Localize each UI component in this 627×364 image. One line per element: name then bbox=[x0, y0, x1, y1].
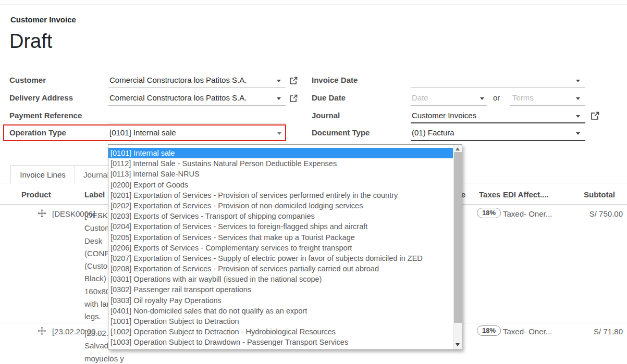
due-date-date-input[interactable]: Date bbox=[412, 93, 428, 102]
dropdown-item[interactable]: [0205] Exportation of Services - Service… bbox=[110, 232, 453, 243]
delivery-address-label: Delivery Address bbox=[9, 93, 73, 102]
delivery-address-value[interactable]: Comercial Constructora los Patitos S.A. bbox=[109, 93, 247, 102]
journal-external-link-icon[interactable] bbox=[591, 111, 599, 122]
row1-subtotal-cell[interactable]: S/ 750.00 bbox=[568, 209, 623, 218]
delivery-address-underline bbox=[108, 105, 286, 106]
dropdown-item[interactable]: [0202] Exportation of Services - Provisi… bbox=[110, 200, 453, 211]
customer-label: Customer bbox=[9, 76, 46, 84]
due-date-terms-input[interactable]: Terms bbox=[512, 93, 534, 102]
column-header-subtotal: Subtotal bbox=[563, 190, 615, 199]
drag-handle-icon[interactable] bbox=[38, 327, 46, 337]
dropdown-item[interactable]: [0201] Exportation of Services - Provisi… bbox=[110, 190, 453, 200]
invoice-date-caret-icon[interactable] bbox=[576, 80, 580, 82]
invoice-date-underline bbox=[411, 87, 585, 88]
dropdown-item[interactable]: [0204] Exportation of Services - Service… bbox=[110, 221, 453, 232]
row1-tax-badge[interactable]: 18% bbox=[477, 208, 501, 218]
scrollbar-thumb[interactable] bbox=[454, 152, 462, 323]
dropdown-item[interactable]: [1001] Operation Subject to Detraction bbox=[110, 316, 453, 327]
journal-value[interactable]: Customer Invoices bbox=[412, 111, 476, 120]
operation-type-dropdown: [0101] Internal sale [0112] Internal Sal… bbox=[108, 144, 462, 350]
row2-tax-badge[interactable]: 18% bbox=[477, 325, 501, 336]
column-header-label: Label bbox=[84, 190, 105, 199]
dropdown-item[interactable]: [0401] Non-domiciled sales that do not q… bbox=[110, 306, 453, 316]
top-divider bbox=[0, 4, 627, 5]
page-title: Draft bbox=[9, 30, 52, 53]
journal-caret-icon[interactable] bbox=[576, 115, 580, 118]
journal-underline bbox=[411, 122, 585, 123]
dropdown-item[interactable]: [0200] Export of Goods bbox=[110, 180, 453, 190]
row2-subtotal-cell[interactable]: S/ 71.80 bbox=[568, 327, 623, 336]
document-type-value[interactable]: (01) Factura bbox=[412, 128, 454, 137]
dropdown-item[interactable]: [0301] Operations with air waybill (issu… bbox=[110, 274, 453, 284]
dropdown-item[interactable]: [1003] Operation Subject to Drawdown - P… bbox=[110, 337, 453, 347]
column-header-taxes: Taxes bbox=[479, 190, 500, 199]
dropdown-item[interactable]: [1002] Operation Subject to Detraction -… bbox=[110, 327, 453, 337]
drag-handle-icon[interactable] bbox=[38, 209, 46, 220]
dropdown-item[interactable]: [0206] Exports of Services - Complementa… bbox=[110, 243, 453, 253]
dropdown-scrollbar[interactable] bbox=[453, 145, 462, 349]
scroll-up-icon[interactable] bbox=[456, 147, 460, 150]
customer-caret-icon[interactable] bbox=[277, 80, 281, 82]
document-type-underline bbox=[411, 140, 585, 141]
due-date-date-underline bbox=[411, 105, 487, 106]
due-date-terms-caret-icon[interactable] bbox=[576, 97, 580, 100]
row1-edi-cell[interactable]: Taxed- Oner... bbox=[503, 209, 552, 218]
due-date-terms-underline bbox=[510, 105, 585, 106]
document-type-heading: Customer Invoice bbox=[10, 15, 76, 24]
customer-external-link-icon[interactable] bbox=[289, 77, 298, 87]
row2-edi-cell[interactable]: Taxed- Oner... bbox=[503, 327, 552, 336]
operation-type-annotation-box bbox=[3, 124, 286, 141]
payment-reference-label: Payment Reference bbox=[9, 111, 82, 120]
customer-value[interactable]: Comercial Constructora los Patitos S.A. bbox=[109, 76, 247, 84]
due-date-label: Due Date bbox=[312, 93, 346, 102]
payment-reference-underline bbox=[108, 123, 286, 123]
dropdown-item[interactable]: [0207] Exportation of Services - Supply … bbox=[110, 253, 453, 263]
dropdown-item[interactable]: [0101] Internal sale bbox=[108, 148, 453, 158]
invoice-date-label: Invoice Date bbox=[312, 76, 358, 84]
dropdown-item[interactable]: [0302] Passenger rail transport operatio… bbox=[110, 284, 453, 295]
column-header-edi: EDI Affect.... bbox=[503, 190, 549, 199]
operation-type-option-list: [0101] Internal sale [0112] Internal Sal… bbox=[108, 145, 453, 349]
due-date-date-caret-icon[interactable] bbox=[480, 97, 484, 100]
document-type-label: Document Type bbox=[312, 128, 370, 137]
delivery-address-external-link-icon[interactable] bbox=[289, 94, 298, 105]
dropdown-item[interactable]: [0203] Exports of Services - Transport o… bbox=[110, 211, 453, 221]
tab-invoice-lines[interactable]: Invoice Lines bbox=[10, 165, 75, 183]
dropdown-item[interactable]: [0113] Internal Sale-NRUS bbox=[110, 169, 453, 179]
column-header-product: Product bbox=[21, 190, 51, 199]
dropdown-item[interactable]: [0112] Internal Sale - Sustains Natural … bbox=[110, 158, 453, 169]
due-date-or-text: or bbox=[493, 93, 500, 102]
scroll-down-icon[interactable] bbox=[456, 343, 460, 346]
journal-label: Journal bbox=[312, 111, 340, 120]
invoice-form-screen: Customer Invoice Draft Customer Comercia… bbox=[0, 0, 627, 364]
customer-underline bbox=[108, 87, 286, 88]
document-type-caret-icon[interactable] bbox=[576, 132, 580, 135]
dropdown-item[interactable]: [0208] Exportation of Services - Provisi… bbox=[110, 263, 453, 274]
delivery-address-caret-icon[interactable] bbox=[277, 97, 281, 100]
dropdown-item[interactable]: [0303] Oil royalty Pay Operations bbox=[110, 295, 453, 306]
